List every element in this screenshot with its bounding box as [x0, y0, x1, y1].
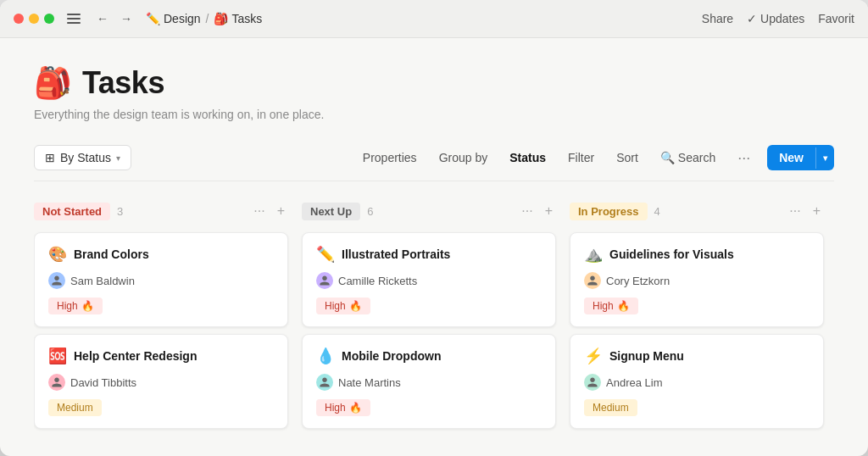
new-button[interactable]: New ▾	[767, 145, 834, 170]
page-title-row: 🎒 Tasks	[34, 65, 834, 101]
priority-fire-icon: 🔥	[349, 300, 362, 312]
app-window: ← → ✏️ Design / 🎒 Tasks Share ✓ Updates …	[0, 0, 868, 456]
search-button[interactable]: 🔍 Search	[655, 147, 721, 168]
card-title-row: ✏️ Illustrated Portraits	[316, 245, 542, 264]
priority-fire-icon: 🔥	[349, 402, 362, 414]
card-meta: David Tibbitts	[48, 374, 274, 391]
task-card[interactable]: 🎨 Brand Colors Sam Baldwin High 🔥	[34, 232, 288, 327]
card-title: Mobile Dropdown	[342, 349, 441, 363]
card-title: Illustrated Portraits	[342, 247, 450, 261]
view-label: By Status	[60, 151, 111, 164]
priority-fire-icon: 🔥	[617, 300, 630, 312]
card-emoji: ⛰️	[584, 245, 603, 264]
card-priority-row: Medium	[48, 399, 274, 416]
priority-badge: Medium	[48, 399, 102, 416]
card-title-row: 🆘 Help Center Redesign	[48, 347, 274, 365]
card-priority-row: High 🔥	[316, 298, 542, 314]
card-priority-row: High 🔥	[584, 298, 810, 314]
task-card[interactable]: ✏️ Illustrated Portraits Camille Rickett…	[302, 232, 556, 327]
column-actions-not-started: ··· +	[250, 202, 288, 220]
card-priority-row: High 🔥	[316, 399, 542, 416]
card-assignee: Nate Martins	[338, 376, 401, 389]
column-header-in-progress: In Progress 4 ··· +	[570, 198, 824, 224]
new-button-label: New	[767, 145, 815, 170]
task-card[interactable]: 💧 Mobile Dropdown Nate Martins High 🔥	[302, 334, 556, 429]
properties-button[interactable]: Properties	[358, 147, 422, 168]
priority-badge: High 🔥	[316, 399, 370, 416]
column-count-in-progress: 4	[654, 205, 660, 218]
card-meta: Cory Etzkorn	[584, 272, 810, 289]
new-button-caret-icon[interactable]: ▾	[815, 147, 834, 169]
priority-fire-icon: 🔥	[81, 300, 94, 312]
column-header-next-up: Next Up 6 ··· +	[302, 198, 556, 224]
card-assignee: Sam Baldwin	[70, 275, 135, 287]
card-title-row: ⛰️ Guidelines for Visuals	[584, 245, 810, 264]
task-card[interactable]: 🆘 Help Center Redesign David Tibbitts Me…	[34, 334, 288, 429]
share-button[interactable]: Share	[702, 12, 733, 25]
priority-badge: High 🔥	[584, 298, 638, 314]
column-status-badge-not-started: Not Started	[34, 203, 110, 220]
view-caret-icon: ▾	[116, 153, 120, 163]
card-emoji: 🆘	[48, 347, 67, 365]
column-header-not-started: Not Started 3 ··· +	[34, 198, 288, 224]
group-by-label: Group by	[434, 147, 493, 168]
breadcrumb-design-label: Design	[164, 12, 201, 25]
toolbar-center: Properties Group by Status Filter Sort 🔍…	[358, 145, 834, 170]
card-assignee: Cory Etzkorn	[606, 275, 670, 287]
view-grid-icon: ⊞	[45, 151, 55, 164]
more-actions-button[interactable]: ···	[732, 147, 755, 169]
column-add-button-not-started[interactable]: +	[274, 202, 288, 220]
avatar	[584, 374, 601, 391]
card-emoji: ✏️	[316, 245, 335, 264]
forward-button[interactable]: →	[117, 10, 136, 27]
column-add-button-next-up[interactable]: +	[542, 202, 556, 220]
column-more-button-in-progress[interactable]: ···	[786, 202, 804, 220]
task-card[interactable]: ⚡ Signup Menu Andrea Lim Medium	[570, 334, 824, 429]
card-title: Brand Colors	[74, 247, 149, 261]
column-status-badge-next-up: Next Up	[302, 203, 360, 220]
column-next-up: Next Up 6 ··· + ✏️ Illustrated Portraits…	[302, 198, 556, 436]
column-more-button-not-started[interactable]: ···	[250, 202, 268, 220]
tasks-breadcrumb-icon: 🎒	[214, 12, 228, 25]
avatar	[48, 272, 65, 289]
titlebar: ← → ✏️ Design / 🎒 Tasks Share ✓ Updates …	[0, 0, 868, 38]
breadcrumb-design[interactable]: ✏️ Design	[146, 12, 201, 25]
minimize-button[interactable]	[29, 14, 39, 24]
toolbar-left: ⊞ By Status ▾	[34, 145, 131, 170]
priority-badge: High 🔥	[48, 298, 103, 314]
column-more-button-next-up[interactable]: ···	[518, 202, 536, 220]
card-assignee: Camille Ricketts	[338, 275, 417, 287]
breadcrumb-tasks[interactable]: 🎒 Tasks	[214, 12, 262, 25]
card-assignee: David Tibbitts	[70, 376, 136, 389]
column-in-progress: In Progress 4 ··· + ⛰️ Guidelines for Vi…	[570, 198, 824, 436]
breadcrumb: ✏️ Design / 🎒 Tasks	[146, 12, 262, 25]
column-add-button-in-progress[interactable]: +	[810, 202, 824, 220]
toolbar: ⊞ By Status ▾ Properties Group by Status…	[34, 145, 834, 181]
sort-button[interactable]: Sort	[611, 147, 643, 168]
close-button[interactable]	[14, 14, 24, 24]
view-by-status-button[interactable]: ⊞ By Status ▾	[34, 145, 131, 170]
back-button[interactable]: ←	[93, 10, 112, 27]
kanban-board: Not Started 3 ··· + 🎨 Brand Colors Sam B…	[34, 198, 834, 436]
card-meta: Camille Ricketts	[316, 272, 542, 289]
maximize-button[interactable]	[44, 14, 54, 24]
avatar	[316, 374, 333, 391]
filter-button[interactable]: Filter	[563, 147, 599, 168]
main-content: 🎒 Tasks Everything the design team is wo…	[0, 38, 868, 456]
sidebar-toggle-icon[interactable]	[64, 11, 83, 26]
page-title: Tasks	[82, 65, 164, 101]
nav-buttons: ← →	[93, 10, 136, 27]
card-title-row: ⚡ Signup Menu	[584, 347, 810, 365]
card-emoji: 💧	[316, 347, 335, 365]
card-title: Guidelines for Visuals	[609, 247, 734, 261]
card-priority-row: High 🔥	[48, 298, 274, 314]
task-card[interactable]: ⛰️ Guidelines for Visuals Cory Etzkorn H…	[570, 232, 824, 327]
avatar	[48, 374, 65, 391]
page-header: 🎒 Tasks Everything the design team is wo…	[34, 65, 834, 121]
updates-button[interactable]: ✓ Updates	[747, 12, 804, 25]
column-count-next-up: 6	[367, 205, 373, 218]
card-title: Signup Menu	[609, 349, 684, 363]
favorites-button[interactable]: Favorit	[818, 12, 854, 25]
breadcrumb-tasks-label: Tasks	[231, 12, 262, 25]
group-by-value[interactable]: Status	[504, 147, 551, 168]
